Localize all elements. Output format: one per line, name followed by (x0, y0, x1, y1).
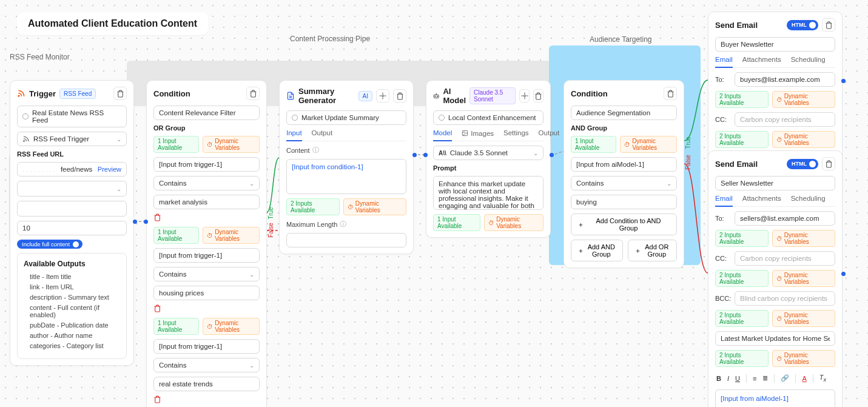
prompt-textarea[interactable]: Enhance this market update with local co… (433, 176, 543, 210)
email-name-input[interactable] (715, 176, 835, 190)
tab-model[interactable]: Model (433, 129, 452, 141)
dyn-chip[interactable]: ⏱ Dynamic Variables (484, 214, 543, 231)
port[interactable] (133, 220, 137, 224)
delete-row[interactable] (153, 304, 260, 314)
tab-images[interactable]: Images (462, 129, 494, 141)
tab-scheduling[interactable]: Scheduling (791, 56, 826, 67)
settings-button[interactable] (519, 89, 530, 103)
dyn-chip[interactable]: ⏱ Dynamic Variables (343, 198, 406, 215)
dyn-chip[interactable]: ⏱ Dynamic Variables (772, 270, 835, 287)
tab-output[interactable]: Output (312, 129, 333, 141)
delete-button[interactable] (246, 87, 260, 100)
list-icon[interactable]: ≡ (753, 375, 756, 382)
port[interactable] (841, 272, 846, 276)
dyn-chip[interactable]: ⏱ Dynamic Variables (772, 91, 835, 108)
dyn-chip[interactable]: ⏱ Dynamic Variables (772, 230, 835, 247)
bold-icon[interactable]: B (716, 375, 721, 382)
add-and-group-button[interactable]: ＋Add AND Group (571, 240, 623, 261)
delete-button[interactable] (822, 157, 835, 170)
delete-button[interactable] (393, 89, 406, 103)
value-input[interactable] (153, 377, 260, 391)
port[interactable] (550, 153, 554, 157)
tab-scheduling[interactable]: Scheduling (791, 195, 826, 206)
dyn-chip[interactable]: ⏱ Dynamic Variables (203, 227, 260, 244)
delete-button[interactable] (533, 89, 543, 103)
rss-url-input[interactable]: . . . . . . . . . feed/news Preview (17, 162, 127, 177)
tab-email[interactable]: Email (715, 56, 733, 68)
trigger-type-select[interactable]: RSS Feed Trigger ⌄ (17, 132, 127, 146)
include-full-toggle[interactable]: Include full content (17, 240, 82, 249)
tab-output[interactable]: Output (539, 129, 560, 141)
condition-name-input[interactable] (153, 106, 260, 120)
operator-select[interactable]: Contains⌄ (153, 267, 260, 281)
link-icon[interactable]: 🔗 (781, 374, 789, 382)
value-input[interactable] (153, 195, 260, 209)
unused-select[interactable]: ⌄ (17, 181, 127, 197)
model-select[interactable]: A\\Claude 3.5 Sonnet ⌄ (433, 146, 543, 160)
dyn-chip[interactable]: ⏱ Dynamic Variables (772, 131, 835, 148)
port[interactable] (423, 153, 428, 157)
settings-button[interactable] (376, 89, 389, 103)
html-toggle[interactable]: HTML (787, 159, 818, 169)
maxlen-input[interactable] (286, 233, 406, 247)
delete-button[interactable] (664, 87, 677, 100)
numlist-icon[interactable]: ≣ (762, 374, 768, 382)
empty-input[interactable] (17, 201, 127, 217)
to-input[interactable] (735, 72, 835, 87)
value-input[interactable] (153, 286, 260, 300)
input-ref[interactable] (153, 339, 260, 354)
underline-icon[interactable]: U (735, 375, 740, 382)
tab-settings[interactable]: Settings (503, 129, 529, 141)
condition2-card[interactable]: Condition AND Group 1 Input Available⏱ D… (564, 80, 684, 268)
group-label: AND Group (571, 124, 677, 132)
port[interactable] (841, 79, 846, 83)
add-and-condition-button[interactable]: ＋Add Condition to AND Group (571, 214, 677, 235)
email-name-input[interactable] (715, 37, 835, 52)
tab-attachments[interactable]: Attachments (742, 56, 781, 67)
italic-icon[interactable]: I (727, 375, 729, 382)
delete-button[interactable] (822, 18, 835, 32)
body-editor[interactable]: [Input from aiModel-1] (715, 389, 835, 407)
tab-email[interactable]: Email (715, 195, 733, 207)
operator-select[interactable]: Contains⌄ (153, 358, 260, 372)
condition-name-input[interactable] (571, 106, 677, 120)
value-input[interactable] (571, 195, 677, 209)
port[interactable] (144, 220, 148, 224)
condition1-card[interactable]: Condition OR Group 1 Input Available⏱ Dy… (146, 80, 267, 407)
dyn-chip[interactable]: ⏱ Dynamic Variables (203, 318, 260, 335)
content-textarea[interactable]: [Input from condition-1] (286, 159, 406, 194)
cc-input[interactable] (735, 251, 835, 266)
add-or-group-button[interactable]: ＋Add OR Group (628, 240, 677, 261)
delete-button[interactable] (113, 87, 127, 100)
to-input[interactable] (735, 211, 835, 226)
bcc-input[interactable] (735, 291, 835, 306)
input-ref[interactable] (153, 248, 260, 263)
operator-select[interactable]: Contains⌄ (571, 176, 677, 190)
edge-false: False (267, 223, 274, 237)
workflow-title[interactable]: Automated Client Education Content (17, 12, 208, 35)
email2-card[interactable]: Send Email HTML Email Attachments Schedu… (708, 150, 843, 407)
input-ref[interactable] (153, 157, 260, 172)
interval-input[interactable] (17, 221, 127, 235)
html-toggle[interactable]: HTML (787, 20, 818, 30)
operator-select[interactable]: Contains⌄ (153, 176, 260, 190)
input-ref[interactable] (571, 157, 677, 172)
subject-input[interactable] (715, 331, 835, 346)
delete-row[interactable] (153, 395, 260, 405)
tab-attachments[interactable]: Attachments (742, 195, 781, 206)
summary-card[interactable]: Summary Generator AI Market Update Summa… (279, 80, 414, 254)
delete-row[interactable] (153, 214, 260, 223)
preview-link[interactable]: Preview (98, 166, 121, 173)
dyn-chip[interactable]: ⏱ Dynamic Variables (203, 136, 260, 153)
trigger-card[interactable]: Trigger RSS Feed Real Estate News RSS Fe… (10, 80, 134, 366)
dyn-chip[interactable]: ⏱ Dynamic Variables (620, 136, 677, 153)
cc-input[interactable] (735, 112, 835, 127)
tab-input[interactable]: Input (286, 129, 302, 141)
color-icon[interactable]: A (802, 375, 806, 382)
dyn-chip[interactable]: ⏱ Dynamic Variables (772, 310, 835, 327)
gear-icon (521, 92, 528, 99)
port[interactable] (412, 153, 417, 157)
dyn-chip[interactable]: ⏱ Dynamic Variables (772, 350, 835, 367)
aimodel-card[interactable]: AI Model Claude 3.5 Sonnet Local Context… (426, 80, 551, 238)
clear-icon[interactable]: Tx (819, 374, 826, 383)
